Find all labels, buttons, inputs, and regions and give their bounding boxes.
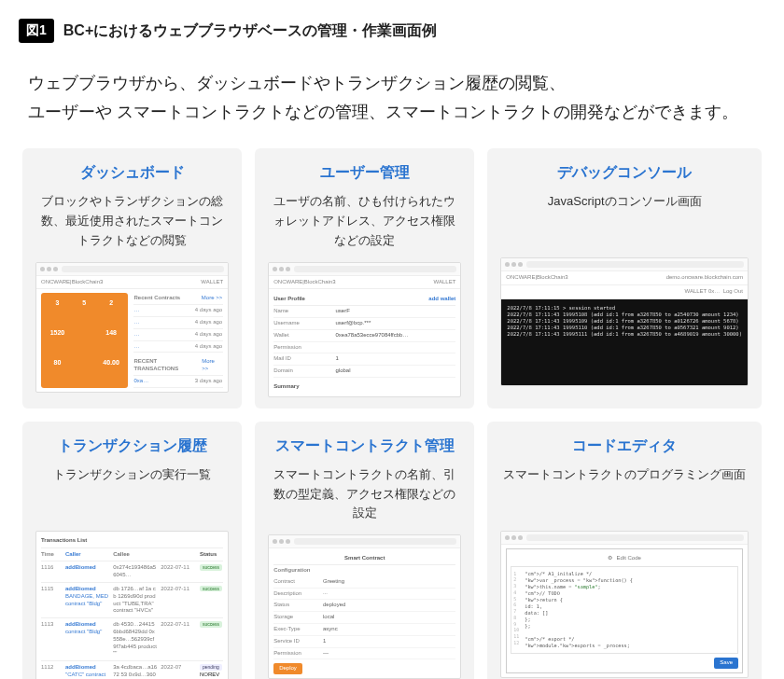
thumb-wallet: WALLET	[201, 279, 223, 286]
browser-chrome	[36, 263, 228, 276]
card-description: ブロックやトランザクションの総数、最近使用されたスマートコントラクトなどの閲覧	[35, 192, 229, 250]
thumbnail-transactions: Transactions List Time Caller Callee Sta…	[35, 531, 229, 679]
thumbnail-debug: ONCWARE|BlockChain3demo.oncware.blockcha…	[500, 257, 749, 386]
profile-row: Usernameuserf@bcp.***	[273, 318, 455, 330]
code-area[interactable]: "cm">/* A1_initalize */"kw">var _process…	[511, 566, 738, 654]
card-description: スマートコントラクトのプログラミング画面	[503, 465, 746, 520]
card-user-management: ユーザー管理 ユーザの名前、ひも付けられたウォレットアドレス、アクセス権限などの…	[255, 148, 474, 409]
thumbnail-editor: ⚙Edit Code "cm">/* A1_initalize */"kw">v…	[500, 531, 749, 678]
card-title: ダッシュボード	[80, 163, 185, 183]
card-debug-console: デバッグコンソール JavaScriptのコンソール画面 ONCWARE|Blo…	[487, 148, 762, 409]
profile-row: Domainglobal	[273, 366, 455, 378]
save-button[interactable]: Save	[714, 658, 738, 669]
thumb-brand: ONCWARE|BlockChain3	[41, 279, 103, 286]
table-row: 1112addBiomed"CATC" contract ""3a 4cdbac…	[41, 660, 223, 679]
card-title: コードエディタ	[572, 436, 677, 456]
config-row: Statusdeployed	[273, 600, 455, 612]
config-row: Permission—	[273, 648, 455, 660]
card-title: トランザクション履歴	[58, 436, 207, 456]
card-title: ユーザー管理	[320, 163, 410, 183]
profile-row: Wallet0xea78a53ecce97084ffcbb…	[273, 330, 455, 342]
config-row: Storagelocal	[273, 612, 455, 624]
console-output: 2022/7/8 17:11:15 > session started2022/…	[501, 299, 748, 385]
profile-row: NameuserF	[273, 306, 455, 318]
card-description: スマートコントラクトの名前、引数の型定義、アクセス権限などの設定	[268, 465, 461, 523]
config-row: Service ID1	[273, 636, 455, 648]
card-description: JavaScriptのコンソール画面	[548, 192, 702, 246]
thumbnail-users: ONCWARE|BlockChain3WALLET User Profilead…	[268, 262, 461, 397]
cards-grid: ダッシュボード ブロックやトランザクションの総数、最近使用されたスマートコントラ…	[19, 148, 765, 679]
table-row: 1115addBiomedBANDAGE, MED contract "Bldg…	[41, 582, 223, 617]
card-description: ユーザの名前、ひも付けられたウォレットアドレス、アクセス権限などの設定	[268, 192, 461, 250]
config-row: ContractGreeting	[273, 576, 455, 589]
thumbnail-dashboard: ONCWARE|BlockChain3 WALLET 3 5 2 1520 14…	[35, 262, 229, 393]
config-row: Description···	[273, 589, 455, 601]
profile-row: Mail ID1	[273, 353, 455, 366]
card-transactions: トランザクション履歴 トランザクションの実行一覧 Transactions Li…	[22, 422, 242, 679]
config-row: Exec-Typeasync	[273, 624, 455, 636]
card-title: デバッグコンソール	[557, 163, 692, 183]
intro-line-2: ユーザーや スマートコントラクトなどの管理、スマートコントラクトの開発などができ…	[28, 98, 756, 127]
table-row: 1116addBiomed0x274c193486a56045…2022-07-…	[41, 561, 223, 582]
figure-header: 図1 BC+におけるウェブブラウザベースの管理・作業画面例	[19, 19, 765, 43]
card-description: トランザクションの実行一覧	[53, 465, 211, 520]
thumbnail-smart-contract: Smart Contract Configuration ContractGre…	[268, 534, 461, 679]
figure-number-badge: 図1	[19, 19, 54, 43]
figure-caption: BC+におけるウェブブラウザベースの管理・作業画面例	[63, 21, 437, 41]
card-smart-contract: スマートコントラクト管理 スマートコントラクトの名前、引数の型定義、アクセス権限…	[255, 422, 474, 679]
profile-row: Permission	[273, 342, 455, 354]
card-dashboard: ダッシュボード ブロックやトランザクションの総数、最近使用されたスマートコントラ…	[22, 148, 242, 409]
intro-text: ウェブブラウザから、ダッシュボードやトランザクション履歴の閲覧、 ユーザーや ス…	[28, 69, 756, 126]
intro-line-1: ウェブブラウザから、ダッシュボードやトランザクション履歴の閲覧、	[28, 69, 756, 98]
table-row: 1113addBiomedcontract "Bldg"db 4530…2441…	[41, 617, 223, 660]
card-code-editor: コードエディタ スマートコントラクトのプログラミング画面 ⚙Edit Code …	[487, 422, 762, 679]
deploy-button[interactable]: Deploy	[273, 663, 302, 674]
card-title: スマートコントラクト管理	[275, 436, 455, 456]
dashboard-stats-panel: 3 5 2 1520 148 80 40.00	[41, 293, 128, 387]
